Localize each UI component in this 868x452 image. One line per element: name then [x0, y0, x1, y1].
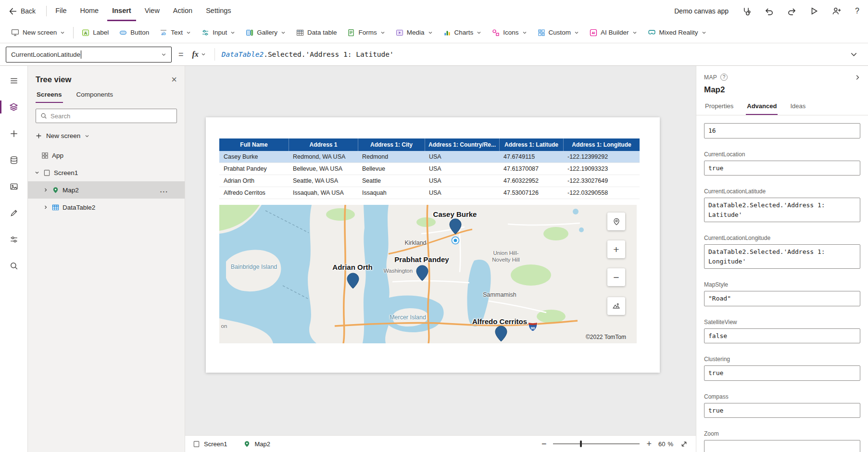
help-icon[interactable]: ? — [855, 7, 859, 15]
collapse-panel-icon[interactable] — [855, 75, 860, 80]
advanced-tools-button[interactable] — [0, 200, 28, 226]
table-row[interactable]: Alfredo Cerritos Issaquah, WA USA Issaqu… — [219, 187, 640, 199]
menu-item-view[interactable]: View — [140, 1, 164, 21]
help-circle-icon[interactable]: ? — [720, 74, 728, 81]
property-value-input[interactable]: DataTable2.Selected.'Address 1: Latitude… — [704, 198, 860, 222]
map-pin[interactable] — [449, 218, 462, 235]
map-pin[interactable] — [416, 265, 428, 281]
ribbon-ai-builder[interactable]: AI AI Builder — [584, 25, 642, 40]
ribbon-new-screen[interactable]: New screen — [6, 25, 70, 40]
property-name: CurrentLocationLatitude — [11, 51, 80, 58]
canvas-zoom-in-button[interactable]: + — [646, 439, 652, 449]
ribbon-forms[interactable]: Forms — [342, 25, 390, 40]
chevron-down-icon[interactable] — [34, 170, 40, 175]
property-selector[interactable]: CurrentLocationLatitude — [6, 47, 172, 63]
share-user-icon[interactable] — [832, 6, 842, 16]
chevron-down-icon — [60, 30, 65, 35]
tab-properties[interactable]: Properties — [704, 100, 734, 115]
redo-icon[interactable] — [787, 7, 796, 16]
ribbon-label[interactable]: A Label — [76, 25, 114, 40]
ribbon-icons[interactable]: Icons — [487, 25, 532, 40]
formula-input[interactable]: DataTable2.Selected.'Address 1: Latitude… — [222, 50, 394, 58]
more-options-button[interactable]: ... — [160, 187, 168, 194]
canvas-zoom-percent[interactable]: 60% — [658, 440, 673, 448]
new-screen-button[interactable]: New screen — [28, 128, 185, 144]
ribbon-custom[interactable]: Custom — [532, 25, 585, 40]
table-row[interactable]: Adrian Orth Seattle, WA USA Seattle USA … — [219, 175, 640, 187]
ribbon-media[interactable]: Media — [390, 25, 438, 40]
zoom-slider-handle[interactable] — [580, 440, 582, 447]
fullscreen-icon[interactable] — [680, 440, 688, 448]
statusbar-control-selector[interactable]: Map2 — [243, 440, 270, 448]
close-icon[interactable]: × — [171, 75, 177, 84]
zoom-in-button[interactable]: + — [607, 240, 625, 258]
menu-item-settings[interactable]: Settings — [201, 1, 236, 21]
sliders-icon — [10, 235, 18, 244]
ribbon-text[interactable]: ab Text — [154, 25, 196, 40]
property-field: Compass true — [704, 393, 860, 418]
ribbon-input[interactable]: Input — [196, 25, 240, 40]
tree-item-datatable2[interactable]: DataTable2 — [28, 199, 185, 216]
menu-item-insert[interactable]: Insert — [107, 1, 136, 21]
search-button[interactable] — [0, 252, 28, 279]
tree-item-screen1[interactable]: Screen1 — [28, 164, 185, 181]
database-icon — [10, 156, 18, 164]
ribbon-gallery[interactable]: Gallery — [240, 25, 291, 40]
tab-components[interactable]: Components — [75, 88, 114, 103]
settings-button[interactable] — [0, 226, 28, 252]
undo-icon[interactable] — [765, 7, 774, 16]
datatable2-control[interactable]: Full Name Address 1 Address 1: City Addr… — [219, 138, 640, 199]
canvas-zoom-out-button[interactable]: − — [541, 439, 547, 449]
tree-view-button[interactable] — [0, 94, 28, 120]
table-row[interactable]: Casey Burke Redmond, WA USA Redmond USA … — [219, 151, 640, 163]
statusbar-screen-selector[interactable]: Screen1 — [193, 440, 227, 448]
insert-button[interactable] — [0, 120, 28, 147]
data-button[interactable] — [0, 147, 28, 173]
hamburger-menu-button[interactable] — [0, 67, 28, 94]
menu-item-action[interactable]: Action — [168, 1, 197, 21]
map-pin[interactable] — [347, 273, 359, 289]
map-pin[interactable] — [495, 326, 507, 342]
locate-me-button[interactable] — [607, 213, 625, 230]
chevron-right-icon[interactable] — [43, 205, 49, 210]
media-button[interactable] — [0, 173, 28, 200]
ribbon-button[interactable]: Button — [114, 25, 154, 40]
zoom-out-button[interactable]: − — [607, 268, 625, 286]
design-canvas[interactable]: Full Name Address 1 Address 1: City Addr… — [185, 66, 696, 435]
play-icon[interactable] — [810, 7, 818, 15]
app-screen-preview[interactable]: Full Name Address 1 Address 1: City Addr… — [206, 117, 660, 373]
property-value-input[interactable]: true — [704, 365, 860, 381]
property-value-input[interactable]: true — [704, 403, 860, 418]
map2-control[interactable]: Kirkland Union Hill- Novelty Hill Bainbr… — [219, 205, 637, 343]
ribbon-charts[interactable]: Charts — [438, 25, 487, 40]
property-value-input[interactable]: false — [704, 328, 860, 344]
menu-item-file[interactable]: File — [50, 1, 71, 21]
button-icon — [119, 29, 127, 37]
ribbon-mixed-reality[interactable]: Mixed Reality — [642, 25, 712, 40]
property-field: Zoom — [704, 430, 860, 452]
table-row[interactable]: Prabhat Pandey Bellevue, WA USA Bellevue… — [219, 163, 640, 175]
map-place-label: on — [221, 323, 227, 329]
tree-search-input[interactable] — [50, 113, 172, 120]
tree-item-app[interactable]: App — [28, 147, 185, 164]
formula-expand-button[interactable] — [845, 48, 862, 61]
property-label: Clustering — [704, 356, 860, 363]
property-value-input[interactable]: 16 — [704, 123, 860, 138]
property-value-input[interactable] — [704, 440, 860, 452]
back-button[interactable]: Back — [9, 7, 36, 15]
map-style-button[interactable] — [607, 297, 625, 315]
property-value-input[interactable]: "Road" — [704, 291, 860, 306]
chevron-right-icon[interactable] — [43, 188, 49, 192]
current-location-dot — [453, 238, 459, 244]
fx-selector[interactable]: fx — [190, 50, 208, 59]
property-value-input[interactable]: DataTable2.Selected.'Address 1: Longitud… — [704, 244, 860, 269]
tab-advanced[interactable]: Advanced — [746, 100, 778, 115]
tab-screens[interactable]: Screens — [36, 88, 63, 103]
menu-item-home[interactable]: Home — [75, 1, 104, 21]
app-checker-icon[interactable] — [742, 7, 751, 16]
property-value-input[interactable]: true — [704, 161, 860, 176]
tab-ideas[interactable]: Ideas — [789, 100, 806, 115]
ribbon-data-table[interactable]: Data table — [291, 25, 342, 40]
tree-item-map2[interactable]: Map2 ... — [28, 181, 185, 199]
canvas-zoom-slider[interactable] — [553, 443, 640, 444]
